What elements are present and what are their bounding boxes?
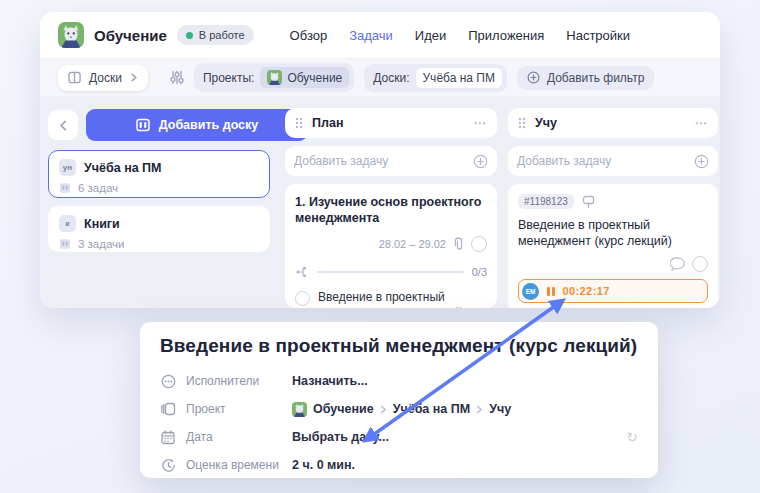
filter-chip-boards-label: Доски: (373, 71, 409, 85)
filter-chip-boards[interactable]: Доски: Учёба на ПМ (364, 64, 507, 92)
assignees-label: Исполнители (186, 374, 292, 388)
board-icon (68, 71, 81, 84)
project-label: Проект (186, 402, 292, 416)
subtask-checkbox[interactable] (295, 291, 310, 306)
filter-chip-projects[interactable]: Проекты: Обучение (194, 63, 354, 92)
board-task-count: 3 задачи (78, 238, 125, 250)
boards-view-button[interactable]: Доски (58, 65, 148, 91)
main-nav: Обзор Задачи Идеи Приложения Настройки (290, 28, 630, 43)
filter-chip-boards-text: Учёба на ПМ (423, 71, 495, 85)
boards-view-label: Доски (89, 71, 122, 85)
subtask-progress-count: 0/3 (472, 266, 487, 278)
task-card-uchu[interactable]: #1198123 Введение в проектный менеджмент… (508, 184, 718, 308)
chevron-right-icon (130, 73, 138, 82)
tab-ideas[interactable]: Идеи (415, 28, 446, 43)
project-breadcrumb: Обучение Учёба на ПМ Учу (292, 402, 511, 417)
column-title: Учу (535, 116, 557, 130)
tab-apps[interactable]: Приложения (468, 28, 544, 43)
filters-sliders-icon[interactable] (170, 70, 184, 85)
status-dot-icon (186, 32, 193, 39)
filter-chip-projects-label: Проекты: (203, 71, 255, 85)
comment-icon[interactable] (670, 257, 686, 271)
plus-circle-icon[interactable] (473, 154, 488, 169)
status-badge[interactable]: В работе (177, 25, 254, 45)
workspace-title: Обучение (94, 27, 167, 44)
tab-settings[interactable]: Настройки (566, 28, 630, 43)
assignees-row: Исполнители Назначить... (160, 367, 638, 395)
board-initials-badge: ун (59, 159, 76, 176)
recurrence-icon[interactable]: ↻ (626, 429, 638, 445)
drag-handle-icon[interactable] (295, 117, 303, 129)
board-title: Книги (84, 217, 120, 231)
filter-bar: Доски Проекты: Обучение Доски: Учёба на … (40, 58, 720, 96)
subtask-progress-bar (317, 271, 464, 273)
column-plan: План ⋯ 1. Изучение основ проектного мене… (285, 108, 497, 308)
project-row: Проект Обучение Учёба на ПМ Учу (160, 395, 638, 423)
estimate-row: Оценка времени 2 ч. 0 мин. (160, 451, 638, 479)
task-detail-panel: Введение в проектный менеджмент (курс ле… (140, 322, 658, 478)
add-task-input[interactable] (517, 154, 688, 168)
date-label: Дата (186, 430, 292, 444)
estimate-label: Оценка времени (186, 458, 292, 472)
pause-icon[interactable] (547, 287, 555, 296)
time-estimate-icon (160, 458, 176, 473)
sidebar-board-knigi[interactable]: к Книги 3 задачи (48, 206, 270, 252)
breadcrumb-column[interactable]: Учу (489, 402, 511, 416)
estimate-value[interactable]: 2 ч. 0 мин. (292, 458, 355, 472)
timer-badge[interactable]: ЕМ 00:22:17 (518, 279, 708, 303)
add-task-field-plan[interactable] (285, 146, 497, 176)
filter-chip-projects-value[interactable]: Обучение (260, 67, 349, 88)
drag-handle-icon[interactable] (518, 117, 526, 129)
timer-user-avatar: ЕМ (522, 283, 539, 300)
project-logo-icon (267, 70, 282, 85)
board-icon (59, 182, 71, 194)
tab-overview[interactable]: Обзор (290, 28, 328, 43)
filter-chip-boards-value[interactable]: Учёба на ПМ (416, 68, 502, 88)
workspace-logo-icon (58, 22, 84, 48)
status-label: В работе (199, 29, 245, 41)
board-icon (59, 238, 71, 250)
sidebar-board-ucheba[interactable]: ун Учёба на ПМ 6 задач (48, 150, 270, 198)
board-icon (136, 118, 150, 132)
task-date-range[interactable]: 28.02 – 29.02 (379, 238, 446, 250)
plus-circle-icon[interactable] (694, 154, 709, 169)
plus-circle-icon (527, 71, 540, 84)
paperclip-icon (452, 237, 465, 251)
board-content: Добавить доску ун Учёба на ПМ 6 задач к … (40, 96, 720, 308)
assignee-placeholder-icon[interactable] (471, 236, 487, 252)
subtask-item[interactable]: Введение в проектный менеджмент (курс ле… (295, 290, 487, 308)
assignee-placeholder-icon[interactable] (692, 256, 708, 272)
assignees-value[interactable]: Назначить... (292, 374, 368, 388)
project-icon (160, 402, 176, 416)
date-value[interactable]: Выбрать дату... (292, 430, 389, 444)
breadcrumb-project[interactable]: Обучение (313, 402, 374, 416)
column-plan-header[interactable]: План ⋯ (285, 108, 497, 138)
calendar-icon (160, 430, 176, 445)
app-header: Обучение В работе Обзор Задачи Идеи Прил… (40, 12, 720, 58)
chevron-right-icon (476, 405, 483, 414)
smiley-icon (160, 374, 176, 389)
chevron-right-icon (380, 405, 387, 414)
task-detail-title: Введение в проектный менеджмент (курс ле… (160, 335, 638, 357)
task-card-plan[interactable]: 1. Изучение основ проектного менеджмента… (285, 184, 497, 308)
column-menu-button[interactable]: ⋯ (474, 116, 488, 130)
timer-value: 00:22:17 (563, 285, 610, 297)
column-uchu: Учу ⋯ #1198123 Введение в проектный мене… (508, 108, 718, 308)
subtasks-icon (295, 265, 309, 279)
add-filter-label: Добавить фильтр (547, 71, 644, 85)
add-filter-button[interactable]: Добавить фильтр (517, 66, 654, 90)
board-initials-badge: к (59, 215, 76, 232)
breadcrumb-board[interactable]: Учёба на ПМ (393, 402, 471, 416)
board-title: Учёба на ПМ (84, 161, 162, 175)
column-uchu-header[interactable]: Учу ⋯ (508, 108, 718, 138)
column-title: План (312, 116, 343, 130)
column-menu-button[interactable]: ⋯ (695, 116, 709, 130)
add-task-input[interactable] (294, 154, 467, 168)
tab-tasks[interactable]: Задачи (349, 28, 393, 43)
add-board-button[interactable]: Добавить доску (86, 109, 308, 141)
add-task-field-uchu[interactable] (508, 146, 718, 176)
task-title: Введение в проектный менеджмент (курс ле… (518, 217, 708, 249)
chevron-left-icon (59, 120, 67, 131)
sidebar-collapse-button[interactable] (48, 110, 78, 140)
project-logo-icon (292, 402, 307, 417)
